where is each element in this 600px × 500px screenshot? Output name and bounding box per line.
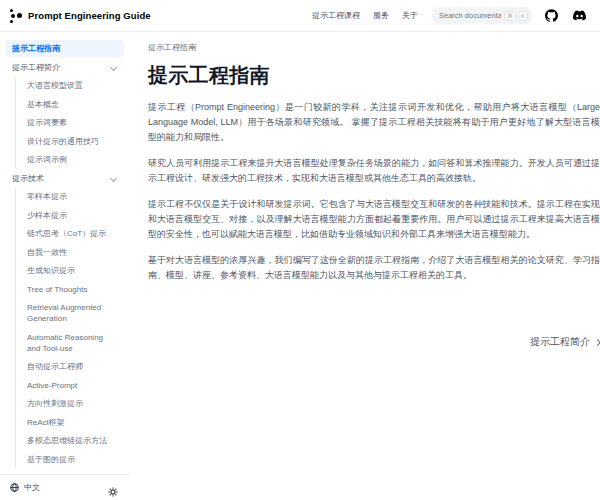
sidebar-item-knowledge[interactable]: 生成知识提示 <box>21 262 124 279</box>
site-logo[interactable]: Prompt Engineering Guide <box>10 9 151 23</box>
sidebar-item-label: ReAct框架 <box>27 417 65 428</box>
paragraph-4: 基于对大语言模型的浓厚兴趣，我们编写了这份全新的提示工程指南，介绍了大语言模型相… <box>148 253 600 283</box>
sidebar-item-label: Tree of Thoughts <box>27 284 87 295</box>
nav-link-about[interactable]: 关于 <box>402 10 418 21</box>
search-shortcut: ⌘ K <box>504 11 528 21</box>
nav-link-services[interactable]: 服务 <box>373 10 389 21</box>
sidebar-item-introduction[interactable]: 提示工程简介 <box>6 59 124 76</box>
chevron-right-icon <box>594 338 600 345</box>
sidebar-item-multimodal-cot[interactable]: 多模态思维链提示方法 <box>21 432 124 449</box>
nav-link-course[interactable]: 提示工程课程 <box>312 10 360 21</box>
sidebar-group-techniques: 零样本提示 少样本提示 链式思考（CoT）提示 自我一致性 生成知识提示 Tre… <box>15 188 124 468</box>
next-page-label: 提示工程简介 <box>530 335 590 349</box>
chevron-down-icon <box>110 63 117 70</box>
sidebar-item-label: 自我一致性 <box>27 247 67 258</box>
shortcut-letter-key: K <box>518 11 528 21</box>
sidebar: 提示工程指南 提示工程简介 大语言模型设置 基本概念 提示词要素 设计提示的通用… <box>0 32 130 474</box>
sidebar-item-label: 方向性刺激提示 <box>27 398 83 409</box>
language-label: 中文 <box>24 482 40 493</box>
paragraph-3: 提示工程不仅仅是关于设计和研发提示词。它包含了与大语言模型交互和研发的各种技能和… <box>148 197 600 242</box>
site-title: Prompt Engineering Guide <box>28 10 151 21</box>
logo-dots-icon <box>10 9 22 23</box>
sidebar-item-llm-settings[interactable]: 大语言模型设置 <box>21 77 124 94</box>
page-title: 提示工程指南 <box>148 62 584 89</box>
sidebar-item-label: 链式思考（CoT）提示 <box>27 228 106 239</box>
next-page-link[interactable]: 提示工程简介 <box>530 335 600 349</box>
sidebar-item-tot[interactable]: Tree of Thoughts <box>21 281 124 298</box>
sidebar-item-label: 提示技术 <box>12 173 44 184</box>
sidebar-item-label: 生成知识提示 <box>27 265 75 276</box>
sidebar-item-consistency[interactable]: 自我一致性 <box>21 244 124 261</box>
sidebar-item-label: 零样本提示 <box>27 191 67 202</box>
sidebar-item-examples[interactable]: 提示词示例 <box>21 151 124 168</box>
sidebar-item-label: 自动提示工程师 <box>27 361 83 372</box>
language-switcher[interactable]: 中文 <box>10 482 108 493</box>
paragraph-2: 研究人员可利用提示工程来提升大语言模型处理复杂任务场景的能力，如问答和算术推理能… <box>148 156 600 186</box>
sidebar-item-cot[interactable]: 链式思考（CoT）提示 <box>21 225 124 242</box>
sidebar-item-label: 提示工程指南 <box>12 43 60 54</box>
sidebar-item-elements[interactable]: 提示词要素 <box>21 114 124 131</box>
breadcrumb[interactable]: 提示工程指南 <box>148 42 584 53</box>
sidebar-item-react[interactable]: ReAct框架 <box>21 414 124 431</box>
discord-icon[interactable] <box>572 9 586 23</box>
github-icon[interactable] <box>544 9 558 23</box>
main-content: 提示工程指南 提示工程指南 提示工程（Prompt Engineering）是一… <box>130 32 600 500</box>
sidebar-item-basics[interactable]: 基本概念 <box>21 96 124 113</box>
sidebar-item-label: 基本概念 <box>27 99 59 110</box>
sidebar-item-tips[interactable]: 设计提示的通用技巧 <box>21 133 124 150</box>
sidebar-item-label: Automatic Reasoning and Tool-use <box>27 332 118 354</box>
sidebar-item-dsp[interactable]: 方向性刺激提示 <box>21 395 124 412</box>
sidebar-group-introduction: 大语言模型设置 基本概念 提示词要素 设计提示的通用技巧 提示词示例 <box>15 77 124 168</box>
sidebar-item-label: 少样本提示 <box>27 210 67 221</box>
paragraph-1: 提示工程（Prompt Engineering）是一门较新的学科，关注提示词开发… <box>148 100 600 145</box>
sidebar-item-fewshot[interactable]: 少样本提示 <box>21 207 124 224</box>
sidebar-item-label: 大语言模型设置 <box>27 80 83 91</box>
theme-toggle-icon[interactable] <box>108 483 118 493</box>
sidebar-item-label: Retrieval Augmented Generation <box>27 302 118 324</box>
sidebar-item-art[interactable]: Automatic Reasoning and Tool-use <box>21 329 124 357</box>
shortcut-mod-key: ⌘ <box>504 11 516 21</box>
chevron-down-icon <box>110 174 117 181</box>
sidebar-item-ape[interactable]: 自动提示工程师 <box>21 358 124 375</box>
sidebar-item-label: 设计提示的通用技巧 <box>27 136 99 147</box>
sidebar-item-label: 多模态思维链提示方法 <box>27 435 107 446</box>
search-box[interactable]: ⌘ K <box>432 7 532 24</box>
sidebar-item-activeprompt[interactable]: Active-Prompt <box>21 377 124 394</box>
sidebar-item-label: Active-Prompt <box>27 380 77 391</box>
sidebar-item-label: 提示工程简介 <box>12 62 60 73</box>
sidebar-item-label: 提示词要素 <box>27 117 67 128</box>
globe-icon <box>10 483 19 492</box>
sidebar-item-zeroshot[interactable]: 零样本提示 <box>21 188 124 205</box>
sidebar-item-label: 提示词示例 <box>27 154 67 165</box>
sidebar-item-graph[interactable]: 基于图的提示 <box>21 451 124 468</box>
sidebar-item-label: 基于图的提示 <box>27 454 75 465</box>
sidebar-item-rag[interactable]: Retrieval Augmented Generation <box>21 299 124 327</box>
search-input[interactable] <box>439 11 501 20</box>
header: Prompt Engineering Guide 提示工程课程 服务 关于 ⌘ … <box>0 0 600 32</box>
sidebar-item-techniques[interactable]: 提示技术 <box>6 170 124 187</box>
sidebar-footer: 中文 <box>0 474 130 500</box>
sidebar-item-guide[interactable]: 提示工程指南 <box>6 40 124 57</box>
header-nav: 提示工程课程 服务 关于 <box>312 10 418 21</box>
pagination: 提示工程简介 <box>148 335 600 349</box>
